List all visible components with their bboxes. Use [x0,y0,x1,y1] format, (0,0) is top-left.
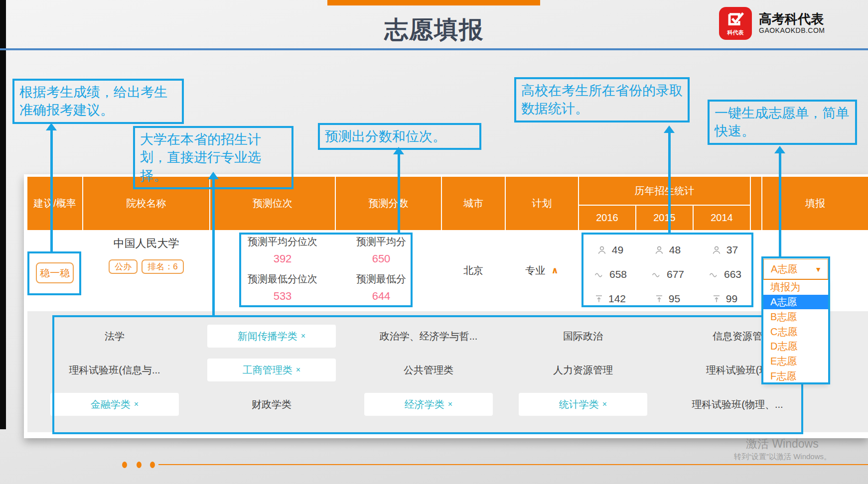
menu-option-e[interactable]: E志愿 [763,354,828,369]
column-header-plan: 计划 [506,177,578,230]
header-divider [0,48,868,50]
person-icon [654,245,664,255]
menu-option-d[interactable]: D志愿 [763,339,828,354]
column-header-fill: 填报 [762,177,868,230]
menu-group-label: 填报为 [763,280,828,295]
stat-value: 48 [669,244,681,256]
column-header-year-2016: 2016 [579,206,635,230]
remove-icon[interactable]: × [602,400,607,409]
major-item[interactable]: 人力资源管理 [519,359,647,381]
remove-icon[interactable]: × [448,400,452,409]
callout-stats: 高校在考生所在省份的录取数据统计。 [514,77,690,122]
min-threshold-icon [594,294,603,303]
trend-icon [593,270,604,279]
menu-option-f[interactable]: F志愿 [763,368,828,383]
avg-rank-label: 预测平均分位次 [243,235,322,248]
major-item-selected[interactable]: 经济学类× [364,393,493,416]
brand-badge-label: 科代表 [727,30,744,35]
stat-value: 99 [726,293,737,305]
major-item[interactable]: 财政学类 [207,393,336,416]
plan-cell[interactable]: 专业 ∧ [506,260,578,281]
remove-icon[interactable]: × [296,365,300,374]
major-label: 国际政治 [563,330,603,343]
trend-icon [651,270,662,279]
major-label: 财政学类 [252,398,291,411]
min-threshold-icon [655,294,664,303]
plan-label: 专业 [525,264,545,277]
min-score-label: 预测最低分 [349,272,414,286]
stat-2014-score: 663 [696,268,753,280]
school-rank-badge: 排名：6 [142,259,183,274]
title-accent-bar [327,0,540,5]
stat-2016-admitted: 49 [581,244,639,256]
column-header-predicted-score: 预测分数 [336,177,441,230]
major-label: 金融学类 [91,398,131,411]
major-label: 理科试验班(信息与... [69,363,160,377]
person-icon [712,245,722,255]
major-item-selected[interactable]: 金融学类× [50,393,179,416]
callout-onekey: 一键生成志愿单，简单快速。 [708,100,857,145]
major-item-selected[interactable]: 统计学类× [519,393,647,416]
column-header-city: 城市 [442,177,505,230]
suggest-level-button[interactable]: 稳一稳 [36,262,74,283]
min-rank-value: 533 [243,290,322,303]
windows-activation-watermark: 激活 Windows [746,436,819,452]
stat-value: 677 [667,268,684,280]
stat-value: 37 [726,244,738,256]
major-item[interactable]: 国际政治 [519,325,647,348]
stat-value: 95 [669,293,680,305]
pagination-dot [137,462,142,468]
callout-predict: 预测出分数和位次。 [318,123,481,150]
person-icon [597,245,607,255]
volunteer-select-value: A志愿 [771,262,797,276]
major-label: 经济学类 [405,398,444,411]
school-name[interactable]: 中国人民大学 [83,233,209,254]
remove-icon[interactable]: × [134,400,139,409]
volunteer-menu: 填报为 A志愿 B志愿 C志愿 D志愿 E志愿 F志愿 [763,280,828,383]
stat-2015-admitted: 48 [639,244,696,256]
slide: 志愿填报 科代表 高考科代表 GAOKAOKDB.COM 建议/概率 院校名称 … [0,0,868,484]
column-header-year-2014: 2014 [694,206,750,230]
stat-value: 658 [609,268,627,280]
arrow-line [398,153,400,233]
brand-name: 高考科代表 [759,12,825,26]
remove-icon[interactable]: × [301,332,305,341]
stat-2015-floor: 95 [639,293,696,305]
volunteer-select[interactable]: A志愿 ▼ [763,259,828,280]
stat-value: 663 [724,268,741,280]
brand-logo: 科代表 [719,7,752,40]
chevron-down-icon: ▼ [815,265,822,273]
major-label: 公共管理类 [404,363,453,377]
stat-2014-floor: 99 [696,293,753,305]
menu-option-c[interactable]: C志愿 [763,324,828,339]
column-header-spacer [751,177,761,230]
school-badges: 公办 排名：6 [83,257,209,276]
stat-value: 142 [608,293,626,305]
major-label: 统计学类 [559,398,599,411]
arrow-line [779,152,781,256]
major-item[interactable]: 公共管理类 [364,359,493,381]
major-item[interactable]: 政治学、经济学与哲... [364,325,493,348]
city-cell: 北京 [442,260,505,281]
major-label: 法学 [105,330,125,343]
menu-option-a[interactable]: A志愿 [763,295,828,310]
arrow-line [668,132,671,233]
stat-value: 49 [612,244,623,256]
major-item[interactable]: 理科试验班(信息与... [50,359,179,381]
major-item[interactable]: 法学 [50,325,179,348]
major-item-selected[interactable]: 工商管理类× [207,359,336,381]
menu-option-b[interactable]: B志愿 [763,309,828,324]
history-stats-block: 49 48 37 658 677 663 142 95 [581,233,753,307]
major-label: 理科试验班(物理、... [692,398,783,411]
major-label: 人力资源管理 [553,363,613,377]
major-label: 新闻传播学类 [238,330,297,343]
major-label: 政治学、经济学与哲... [380,330,478,343]
pagination-dot [150,462,155,468]
school-type-badge: 公办 [109,259,138,274]
trend-icon [708,270,719,279]
major-item[interactable]: 理科试验班(物理、... [673,393,802,416]
major-label: 理科试验班(环 [706,363,769,377]
windows-activation-watermark-sub: 转到“设置”以激活 Windows。 [734,452,831,462]
collapse-caret-icon[interactable]: ∧ [551,265,559,276]
major-item-selected[interactable]: 新闻传播学类× [207,325,336,348]
